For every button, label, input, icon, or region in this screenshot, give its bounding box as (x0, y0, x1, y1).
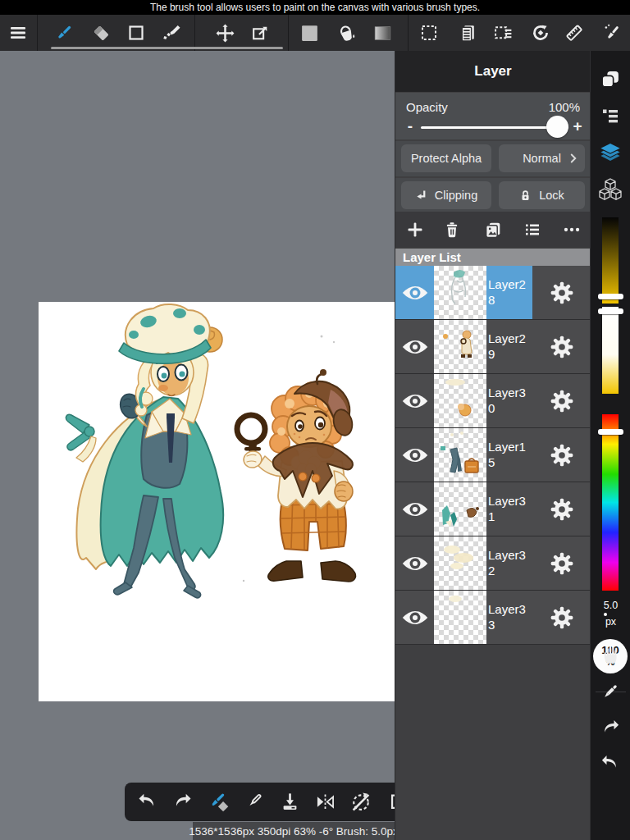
layer-settings-button[interactable] (532, 482, 591, 536)
gear-icon (550, 497, 574, 522)
undo-button[interactable] (134, 788, 162, 815)
layer-name: Layer29 (486, 320, 532, 373)
select-tool-button[interactable] (415, 19, 443, 47)
layer-settings-button[interactable] (532, 536, 591, 590)
brush-tool-button[interactable] (50, 19, 78, 47)
shape-tool-button[interactable] (122, 19, 150, 47)
layer-row[interactable]: Layer29 (395, 320, 591, 374)
gradient-icon (372, 23, 393, 43)
layer-settings-button[interactable] (532, 428, 591, 482)
layer-visibility-toggle[interactable] (395, 320, 434, 373)
layer-panel-title: Layer (395, 51, 591, 92)
brush-size-indicator[interactable]: 5.0 px (591, 600, 630, 628)
transform-tool-button[interactable] (246, 19, 274, 47)
clipping-button[interactable]: Clipping (401, 181, 491, 209)
eye-icon (401, 446, 429, 464)
layer-visibility-toggle[interactable] (395, 428, 434, 482)
select-menu-icon (493, 23, 514, 43)
opacity-decrease-button[interactable]: - (404, 117, 417, 135)
add-layer-button[interactable] (405, 220, 425, 240)
blend-mode-button[interactable]: Normal (499, 144, 585, 172)
curve-tool-button[interactable] (158, 19, 186, 47)
layer-settings-button[interactable] (532, 374, 591, 427)
flip-horizontal-button[interactable] (311, 788, 339, 815)
layer-panel: Layer Opacity 100% - + Protect Alpha Nor… (395, 51, 590, 840)
brush-size-unit: px (591, 617, 630, 628)
delete-layer-button[interactable] (442, 220, 462, 240)
gear-icon (550, 389, 574, 413)
drawing-canvas[interactable] (39, 302, 395, 701)
sidebar-undo-button[interactable] (600, 752, 622, 774)
layer-thumbnail (434, 482, 486, 536)
pages-button[interactable] (454, 19, 482, 47)
save-button[interactable] (276, 788, 304, 815)
protect-alpha-button[interactable]: Protect Alpha (401, 144, 491, 172)
select-rect-icon (419, 23, 439, 43)
layer-row[interactable]: Layer15 (395, 428, 591, 482)
layer-visibility-toggle[interactable] (395, 482, 434, 536)
lock-button[interactable]: Lock (499, 181, 585, 209)
chevron-right-icon (566, 151, 581, 166)
opacity-increase-button[interactable]: + (571, 117, 584, 135)
fill-tool-button[interactable] (332, 19, 360, 47)
ruler-button[interactable] (560, 19, 588, 47)
layer-row[interactable]: Layer28 (395, 266, 591, 320)
hue-slider-handle[interactable] (598, 429, 623, 435)
copy-swatch-button[interactable] (600, 69, 621, 90)
layer-row[interactable]: Layer30 (395, 374, 591, 428)
value-slider-handle[interactable] (598, 294, 623, 299)
color-value-slider[interactable] (602, 217, 619, 304)
color-swatch-icon (299, 23, 320, 43)
gear-icon (550, 443, 574, 468)
rotate-reset-button[interactable] (527, 19, 555, 47)
color-swatch-button[interactable] (295, 19, 323, 47)
layer-row[interactable]: Layer32 (395, 536, 591, 591)
layer-thumbnail (434, 536, 486, 590)
ruler-icon (564, 22, 585, 43)
layer-visibility-toggle[interactable] (395, 536, 434, 590)
layer-settings-button[interactable] (532, 320, 591, 373)
rotate-off-button[interactable] (347, 788, 375, 815)
eyedropper-tool-button[interactable] (600, 682, 621, 702)
layer-visibility-toggle[interactable] (395, 591, 434, 644)
move-tool-button[interactable] (211, 19, 239, 47)
eraser-icon (91, 23, 112, 43)
gear-icon (550, 605, 574, 630)
layer-list-menu-button[interactable] (523, 220, 542, 240)
pen-tool-button[interactable] (240, 788, 268, 815)
sidebar-redo-button[interactable] (600, 717, 622, 739)
layer-tree-button[interactable] (600, 106, 620, 126)
select-options-button[interactable] (489, 19, 517, 47)
gradient-tool-button[interactable] (368, 19, 396, 47)
brush-stroke-select-button[interactable] (204, 788, 232, 815)
materials-button[interactable] (599, 178, 622, 203)
layer-row[interactable]: Layer31 (395, 482, 591, 536)
opacity-label: Opacity (406, 100, 448, 114)
layer-visibility-toggle[interactable] (395, 374, 434, 427)
opacity-slider-thumb[interactable] (546, 116, 568, 138)
undo-icon (136, 790, 159, 813)
layer-row[interactable]: Layer33 (395, 591, 591, 645)
layers-panel-button[interactable] (599, 141, 622, 164)
hand-tool-button[interactable] (600, 643, 620, 665)
gear-icon (550, 281, 574, 305)
more-options-button[interactable] (561, 219, 582, 240)
transform-icon (250, 23, 271, 43)
eye-icon (401, 392, 429, 410)
layer-list: Layer28 Layer29 Layer30 (395, 266, 591, 645)
eraser-tool-button[interactable] (87, 19, 115, 47)
redo-button[interactable] (168, 788, 196, 815)
brush-select-icon (207, 790, 230, 813)
layer-settings-button[interactable] (532, 266, 591, 319)
main-menu-button[interactable] (4, 19, 32, 47)
duplicate-layer-button[interactable] (483, 220, 504, 240)
eye-icon (401, 284, 429, 302)
hue-slider[interactable] (602, 414, 619, 591)
color-saturation-slider[interactable] (602, 307, 619, 394)
plus-icon (405, 220, 425, 240)
tooltip-text: The brush tool allows users to paint on … (150, 2, 480, 13)
layer-visibility-toggle[interactable] (395, 266, 434, 319)
material-brush-button[interactable] (599, 19, 627, 47)
layer-settings-button[interactable] (532, 591, 591, 644)
saturation-slider-handle[interactable] (598, 308, 623, 314)
